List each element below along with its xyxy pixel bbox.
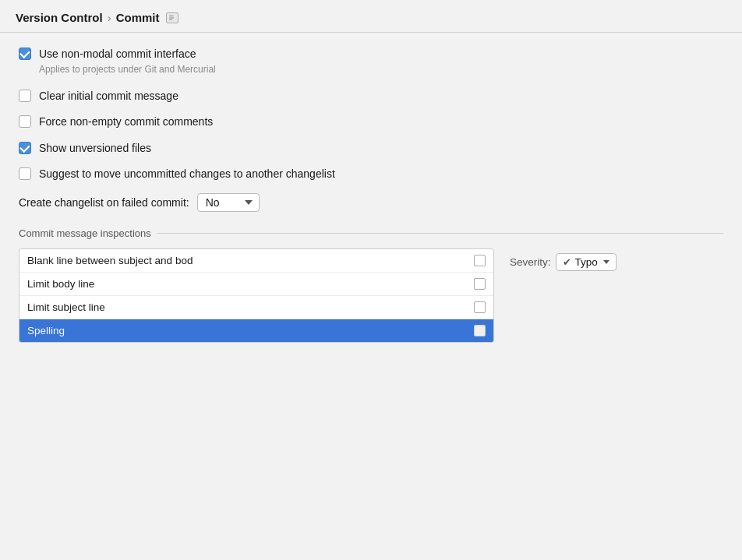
option-suggest-move: Suggest to move uncommitted changes to a… [19, 167, 723, 182]
inspection-checkbox-limit-subject[interactable] [474, 301, 486, 313]
option-desc-non-modal: Applies to projects under Git and Mercur… [39, 64, 216, 75]
checkbox-non-modal[interactable] [19, 48, 31, 60]
inspection-label-spelling: Spelling [27, 325, 65, 336]
changelist-dropdown-arrow [245, 200, 253, 205]
breadcrumb-separator: › [108, 11, 111, 24]
section-divider [157, 233, 723, 234]
changelist-label: Create changelist on failed commit: [19, 196, 189, 209]
inspection-label-limit-subject: Limit subject line [27, 301, 105, 313]
option-label-clear-initial: Clear initial commit message [39, 89, 178, 104]
inspection-checkbox-spelling[interactable] [474, 325, 486, 336]
inspection-checkbox-blank-line[interactable] [474, 255, 486, 266]
option-force-non-empty: Force non-empty commit comments [19, 114, 723, 130]
inspection-label-blank-line: Blank line between subject and bod [27, 255, 193, 266]
checkbox-suggest-move[interactable] [19, 167, 31, 180]
changelist-dropdown-value: No [206, 196, 220, 209]
checkbox-clear-initial[interactable] [19, 90, 31, 102]
inspection-row-blank-line[interactable]: Blank line between subject and bod [19, 249, 493, 273]
inspections-section-title: Commit message inspections [19, 227, 151, 239]
option-label-force-non-empty: Force non-empty commit comments [39, 114, 213, 130]
inspections-section-header: Commit message inspections [19, 227, 723, 239]
option-label-show-unversioned: Show unversioned files [39, 141, 151, 157]
option-label-non-modal: Use non-modal commit interface [39, 47, 216, 62]
severity-label: Severity: [510, 256, 551, 268]
changelist-row: Create changelist on failed commit: No [19, 193, 723, 212]
option-show-unversioned: Show unversioned files [19, 141, 723, 157]
severity-dropdown[interactable]: ✔ Typo [556, 253, 617, 271]
inspection-row-limit-body[interactable]: Limit body line [19, 273, 493, 296]
severity-check-icon: ✔ [563, 256, 571, 268]
inspection-row-limit-subject[interactable]: Limit subject line [19, 296, 493, 319]
checkbox-force-non-empty[interactable] [19, 115, 31, 128]
severity-panel: Severity: ✔ Typo [510, 248, 617, 271]
inspections-layout: Blank line between subject and bod Limit… [19, 248, 723, 343]
option-clear-initial: Clear initial commit message [19, 89, 723, 104]
svg-rect-2 [169, 19, 172, 20]
changelist-dropdown[interactable]: No [197, 193, 260, 212]
severity-dropdown-arrow [603, 260, 610, 264]
checkbox-show-unversioned[interactable] [19, 142, 31, 154]
inspection-row-spelling[interactable]: Spelling [19, 319, 493, 342]
header: Version Control › Commit [0, 0, 742, 33]
option-non-modal: Use non-modal commit interface Applies t… [19, 47, 723, 75]
inspections-list: Blank line between subject and bod Limit… [19, 248, 494, 343]
svg-rect-0 [169, 16, 174, 16]
severity-value: Typo [575, 256, 598, 268]
breadcrumb-version-control: Version Control [16, 11, 103, 24]
inspection-label-limit-body: Limit body line [27, 278, 94, 290]
inspection-checkbox-limit-body[interactable] [474, 278, 486, 290]
edit-icon[interactable] [166, 12, 178, 23]
breadcrumb-commit: Commit [116, 11, 160, 24]
svg-rect-1 [169, 17, 174, 18]
option-label-suggest-move: Suggest to move uncommitted changes to a… [39, 167, 335, 182]
